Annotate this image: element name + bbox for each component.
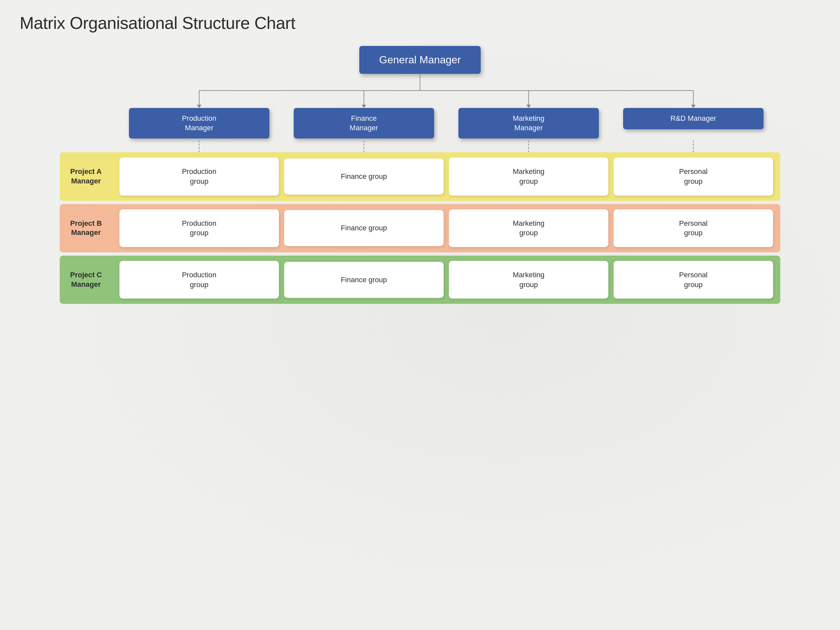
group-cell-c-1: Finance group [284, 262, 444, 298]
v-stub-0 [199, 90, 199, 105]
project-row-c: Project C ManagerProduction groupFinance… [60, 256, 780, 304]
arrow-fin [362, 105, 366, 108]
group-cell-a-3: Personal group [614, 158, 773, 195]
managers-grid-section: Production ManagerFinance ManagerMarketi… [20, 90, 820, 304]
matrix-rows: Project A ManagerProduction groupFinance… [60, 152, 780, 304]
manager-box-mkt: Marketing Manager [458, 108, 599, 139]
manager-box-rnd: R&D Manager [623, 108, 764, 129]
v-stub-2 [528, 90, 529, 105]
manager-box-prod: Production Manager [129, 108, 269, 139]
arrow-rnd [691, 105, 696, 108]
group-cell-b-1: Finance group [284, 210, 444, 246]
project-row-b: Project B ManagerProduction groupFinance… [60, 204, 780, 252]
manager-boxes-row: Production ManagerFinance ManagerMarketi… [60, 108, 780, 139]
v-stub-1 [363, 90, 364, 105]
manager-col-prod: Production Manager [120, 108, 279, 139]
v-stub-3 [693, 90, 694, 105]
dashed-0 [199, 141, 199, 152]
manager-col-fin: Finance Manager [284, 108, 444, 139]
group-cell-b-3: Personal group [614, 209, 773, 247]
managers-section: Production ManagerFinance ManagerMarketi… [60, 90, 780, 152]
group-cells-a: Production groupFinance groupMarketing g… [112, 152, 780, 201]
arrow-mkt [526, 105, 531, 108]
arrow-prod [197, 105, 202, 108]
group-cell-a-0: Production group [120, 158, 279, 195]
group-cells-c: Production groupFinance groupMarketing g… [112, 256, 780, 304]
project-row-a: Project A ManagerProduction groupFinance… [60, 152, 780, 201]
manager-col-rnd: R&D Manager [614, 108, 773, 139]
group-cell-c-0: Production group [120, 261, 279, 298]
dashed-1 [363, 141, 364, 152]
project-label-a: Project A Manager [60, 152, 112, 201]
manager-col-mkt: Marketing Manager [449, 108, 608, 139]
h-connector-line [199, 90, 693, 91]
dashed-3 [693, 141, 694, 152]
group-cell-c-3: Personal group [614, 261, 773, 298]
project-label-c: Project C Manager [60, 256, 112, 304]
manager-box-fin: Finance Manager [294, 108, 434, 139]
dashed-2 [528, 141, 529, 152]
top-vertical-line [420, 74, 420, 90]
group-cell-a-2: Marketing group [449, 158, 608, 195]
project-label-b: Project B Manager [60, 204, 112, 252]
group-cell-a-1: Finance group [284, 158, 444, 194]
general-manager-box: General Manager [359, 46, 480, 74]
org-chart: General Manager [20, 46, 820, 304]
group-cell-b-0: Production group [120, 209, 279, 247]
group-cells-b: Production groupFinance groupMarketing g… [112, 204, 780, 252]
group-cell-b-2: Marketing group [449, 209, 608, 247]
group-cell-c-2: Marketing group [449, 261, 608, 298]
page-title: Matrix Organisational Structure Chart [20, 13, 820, 33]
